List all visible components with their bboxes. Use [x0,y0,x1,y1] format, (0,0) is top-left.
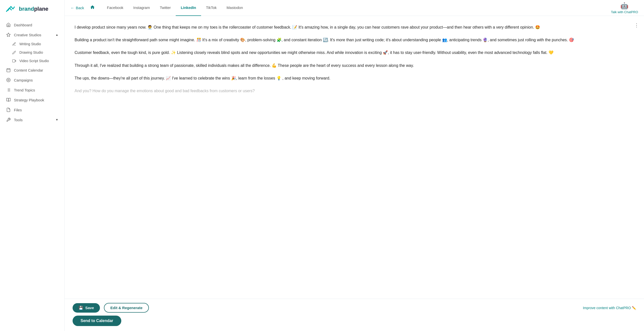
pen-icon [12,42,16,46]
sidebar-item-tools-label: Tools [14,118,22,122]
sidebar-item-dashboard[interactable]: Dashboard [0,20,64,30]
svg-rect-2 [12,60,15,62]
tools-icon [6,117,11,122]
sidebar-item-content-calendar[interactable]: Content Calendar [0,65,64,75]
more-options-button[interactable]: ⋮ [633,20,640,30]
sidebar-item-content-calendar-label: Content Calendar [14,68,43,72]
svg-point-10 [8,79,9,81]
sidebar-item-files-label: Files [14,108,22,112]
post-paragraph-4: Through it all, I've realized that build… [74,62,634,69]
tab-twitter[interactable]: Twitter [155,0,176,16]
sidebar-item-video-script-studio[interactable]: Video Script Studio [0,57,64,65]
svg-marker-0 [7,33,10,36]
action-bar: 💾 Save Edit & Regenerate Improve content… [64,299,644,331]
sidebar-item-drawing-studio[interactable]: Drawing Studio [0,48,64,57]
post-paragraph-3: Customer feedback, even the tough kind, … [74,49,634,56]
tab-tiktok[interactable]: TikTok [201,0,222,16]
topbar: ← Back Facebook Instagram Twitter Linked… [64,0,644,16]
save-icon: 💾 [78,306,83,310]
back-button[interactable]: ← Back [70,6,84,10]
book-icon [6,98,11,102]
chevron-up-icon: ▲ [56,33,58,36]
topbar-left: ← Back Facebook Instagram Twitter Linked… [70,0,248,16]
post-paragraph-2: Building a product isn't the straightfor… [74,36,634,43]
svg-point-8 [7,78,10,82]
sidebar-item-strategy-playbook[interactable]: Strategy Playbook [0,95,64,105]
logo-icon [6,5,16,13]
sidebar-item-campaigns[interactable]: Campaigns [0,75,64,85]
post-content-scroll[interactable]: ⋮ I develop product since many years now… [64,16,644,299]
sidebar-item-drawing-studio-label: Drawing Studio [20,50,43,54]
pencil-icon [12,50,16,55]
tab-linkedin[interactable]: LinkedIn [176,0,201,16]
sidebar-item-writing-studio[interactable]: Writing Studio [0,40,64,48]
sidebar-item-writing-studio-label: Writing Studio [20,42,41,46]
post-paragraph-6: And you? How do you manage the emotions … [74,88,634,94]
sidebar-item-campaigns-label: Campaigns [14,78,33,82]
home-icon [6,22,11,27]
chat-pro-button[interactable]: 🤖 Talk with ChatPRO [611,2,638,14]
sidebar-nav: Dashboard Creative Studios ▲ Writing Stu… [0,18,64,127]
home-button[interactable] [88,4,97,12]
list-icon [6,88,11,92]
main-content: ← Back Facebook Instagram Twitter Linked… [64,0,644,331]
sidebar: brandplane Dashboard Creative Studios ▲ [0,0,64,331]
logo-area: brandplane [0,0,64,18]
sidebar-item-creative-studios-label: Creative Studios [14,33,41,37]
svg-rect-4 [7,68,10,72]
sidebar-item-trend-topics[interactable]: Trend Topics [0,85,64,95]
robot-icon: 🤖 [620,2,628,10]
sidebar-item-video-script-studio-label: Video Script Studio [20,59,49,63]
content-area: ⋮ I develop product since many years now… [64,16,644,331]
sparkle-icon [6,32,11,37]
sidebar-item-creative-studios[interactable]: Creative Studios ▲ [0,30,64,40]
sidebar-item-strategy-playbook-label: Strategy Playbook [14,98,44,102]
post-paragraph-1: I develop product since many years now. … [74,24,634,30]
chevron-down-icon: ▼ [56,118,58,122]
improve-content-link[interactable]: Improve content with ChatPRO ✏️ [583,306,636,310]
save-button[interactable]: 💾 Save [72,303,100,312]
action-row-secondary: Send to Calendar [72,316,636,326]
sidebar-item-dashboard-label: Dashboard [14,23,32,27]
chat-label: Talk with ChatPRO [611,10,638,14]
tab-facebook[interactable]: Facebook [102,0,128,16]
video-icon [12,59,16,63]
calendar-icon [6,68,11,72]
sidebar-item-files[interactable]: Files [0,105,64,115]
post-paragraph-5: The ups, the downs—they're all part of t… [74,75,634,82]
tab-instagram[interactable]: Instagram [128,0,155,16]
brand-name: brandplane [19,6,48,12]
file-icon [6,107,11,112]
sidebar-item-trend-topics-label: Trend Topics [14,88,35,92]
sidebar-item-tools[interactable]: Tools ▼ [0,115,64,125]
back-arrow-icon: ← [70,6,74,10]
platform-tabs: Facebook Instagram Twitter LinkedIn TikT… [102,0,248,16]
action-row-primary: 💾 Save Edit & Regenerate Improve content… [72,303,636,312]
action-buttons-left: 💾 Save Edit & Regenerate [72,303,149,312]
target-icon [6,78,11,82]
edit-regenerate-button[interactable]: Edit & Regenerate [104,303,149,312]
svg-line-1 [15,51,16,52]
send-to-calendar-button[interactable]: Send to Calendar [72,316,121,326]
tab-mastodon[interactable]: Mastodon [222,0,248,16]
